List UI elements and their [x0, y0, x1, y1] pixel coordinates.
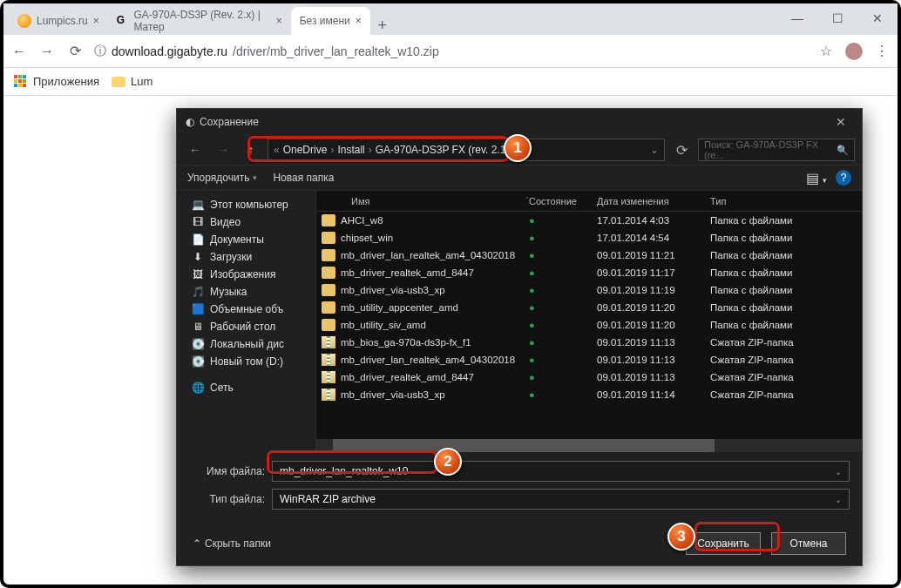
tree-item-label: Объемные объ: [210, 303, 283, 315]
file-name: mb_driver_via-usb3_xp: [341, 389, 529, 400]
tree-item[interactable]: 🖼Изображения: [177, 266, 315, 283]
tree-item[interactable]: 💻Этот компьютер: [177, 196, 315, 213]
dialog-close-button[interactable]: ✕: [829, 115, 853, 129]
file-date: 09.01.2019 11:20: [597, 320, 710, 330]
profile-avatar[interactable]: [845, 43, 863, 60]
column-header-type[interactable]: Тип: [710, 196, 857, 206]
cancel-button[interactable]: Отмена: [771, 532, 846, 555]
file-row[interactable]: mb_utility_siv_amd●09.01.2019 11:20Папка…: [316, 316, 862, 334]
file-date: 09.01.2019 11:13: [597, 355, 710, 365]
tree-item-icon: 💽: [191, 355, 205, 368]
synced-icon: ●: [529, 389, 535, 400]
file-state: ●: [529, 337, 597, 348]
file-state: ●: [529, 215, 597, 226]
search-field[interactable]: Поиск: GA-970A-DS3P FX (re... 🔍: [698, 139, 855, 161]
synced-icon: ●: [529, 372, 535, 382]
zip-icon: [322, 354, 335, 366]
tree-item[interactable]: 🎵Музыка: [177, 283, 315, 301]
crumb[interactable]: Install: [337, 144, 364, 156]
organize-button[interactable]: Упорядочить▾: [187, 172, 257, 184]
tree-item[interactable]: 💽Локальный дис: [177, 335, 315, 353]
file-row[interactable]: chipset_win●17.01.2014 4:54Папка с файла…: [316, 229, 862, 247]
crumb[interactable]: GA-970A-DS3P FX (rev. 2.1): [376, 144, 510, 156]
filename-label: Имя файла:: [189, 465, 272, 477]
folder-icon: [322, 301, 335, 314]
file-row[interactable]: mb_driver_via-usb3_xp●09.01.2019 11:19Па…: [316, 281, 862, 299]
file-row[interactable]: mb_driver_lan_realtek_am4_04302018●09.01…: [316, 351, 862, 368]
file-name: mb_driver_via-usb3_xp: [341, 285, 529, 295]
file-row[interactable]: mb_driver_realtek_amd_8447●09.01.2019 11…: [316, 264, 862, 281]
bookmark-folder[interactable]: Lum: [112, 75, 152, 88]
file-row[interactable]: AHCI_w8●17.01.2014 4:03Папка с файлами: [316, 212, 862, 229]
file-type: Папка с файлами: [710, 285, 857, 295]
browser-tab-active[interactable]: Без имени ×: [291, 7, 370, 35]
star-bookmark-icon[interactable]: ☆: [817, 43, 835, 59]
refresh-button[interactable]: ⟳: [670, 139, 693, 161]
file-type: Папка с файлами: [710, 302, 857, 313]
minimize-button[interactable]: —: [777, 3, 817, 33]
browser-tab[interactable]: Lumpics.ru ×: [9, 7, 108, 35]
tree-item[interactable]: 🖥Рабочий стол: [177, 318, 315, 335]
file-row[interactable]: mb_utility_appcenter_amd●09.01.2019 11:2…: [316, 299, 862, 316]
synced-icon: ●: [529, 267, 535, 278]
file-row[interactable]: mb_driver_via-usb3_xp●09.01.2019 11:14Сж…: [316, 386, 862, 403]
url-host: download.gigabyte.ru: [112, 44, 227, 58]
file-row[interactable]: mb_driver_lan_realtek_am4_04302018●09.01…: [316, 247, 862, 264]
column-header-name[interactable]: Имяˆ: [322, 196, 529, 206]
column-header-state[interactable]: Состояние: [529, 196, 597, 206]
file-type: Сжатая ZIP-папка: [710, 372, 857, 382]
search-placeholder: Поиск: GA-970A-DS3P FX (re...: [704, 139, 833, 160]
tree-item-icon: 🖥: [191, 321, 205, 333]
tree-item-label: Новый том (D:): [210, 355, 283, 368]
tree-item-label: Изображения: [210, 268, 275, 280]
file-name: mb_driver_lan_realtek_am4_04302018: [341, 355, 529, 365]
nav-up-button[interactable]: ↑: [240, 139, 262, 160]
tree-item-label: Локальный дис: [210, 338, 284, 350]
new-folder-button[interactable]: Новая папка: [273, 172, 334, 184]
tree-item[interactable]: ⬇Загрузки: [177, 248, 315, 266]
close-tab-icon[interactable]: ×: [276, 15, 282, 27]
tree-item[interactable]: 🟦Объемные объ: [177, 301, 315, 318]
filename-input[interactable]: ⌄: [272, 461, 850, 482]
nav-forward-button[interactable]: →: [212, 139, 234, 160]
view-options-button[interactable]: ▤ ▾: [806, 170, 827, 186]
file-row[interactable]: mb_bios_ga-970a-ds3p-fx_f1●09.01.2019 11…: [316, 334, 862, 351]
crumb[interactable]: OneDrive: [283, 144, 328, 156]
file-row[interactable]: mb_driver_realtek_amd_8447●09.01.2019 11…: [316, 368, 862, 386]
site-info-icon[interactable]: ⓘ: [94, 44, 106, 59]
folder-icon: [322, 232, 335, 244]
synced-icon: ●: [529, 320, 535, 330]
tree-item[interactable]: 🌐Сеть: [177, 379, 315, 396]
close-window-button[interactable]: ✕: [857, 3, 898, 33]
help-button[interactable]: ?: [836, 170, 851, 186]
hide-folders-toggle[interactable]: ⌃Скрыть папки: [193, 537, 271, 550]
file-state: ●: [529, 233, 597, 243]
tree-item[interactable]: 🎞Видео: [177, 213, 315, 231]
save-button[interactable]: Сохранить: [686, 532, 761, 555]
close-tab-icon[interactable]: ×: [93, 15, 99, 27]
file-type: Сжатая ZIP-папка: [710, 389, 857, 400]
column-header-date[interactable]: Дата изменения: [597, 196, 710, 206]
tree-item-label: Документы: [210, 233, 264, 246]
tree-item[interactable]: 💽Новый том (D:): [177, 353, 315, 370]
menu-icon[interactable]: ⋮: [873, 43, 891, 59]
new-tab-button[interactable]: +: [370, 17, 395, 35]
close-tab-icon[interactable]: ×: [356, 15, 362, 27]
nav-tree[interactable]: 💻Этот компьютер🎞Видео📄Документы⬇Загрузки…: [177, 191, 316, 452]
maximize-button[interactable]: ☐: [817, 3, 857, 33]
tree-item-label: Музыка: [210, 286, 247, 298]
tree-item[interactable]: 📄Документы: [177, 231, 315, 248]
horizontal-scrollbar[interactable]: [316, 439, 862, 452]
apps-bookmark[interactable]: Приложения: [14, 75, 99, 89]
browser-tab[interactable]: G GA-970A-DS3P (Rev. 2.x) | Матер ×: [108, 7, 291, 35]
tab-title: Lumpics.ru: [37, 15, 88, 27]
reload-button[interactable]: ⟳: [66, 43, 84, 59]
nav-back-button[interactable]: ←: [184, 139, 207, 160]
filetype-select[interactable]: WinRAR ZIP archive ⌄: [272, 489, 850, 510]
back-button[interactable]: ←: [10, 44, 28, 59]
address-bar[interactable]: ⓘ download.gigabyte.ru/driver/mb_driver_…: [94, 44, 807, 59]
tab-title: Без имени: [300, 15, 350, 27]
forward-button[interactable]: →: [38, 44, 56, 59]
breadcrumb-bar[interactable]: « OneDrive› Install› GA-970A-DS3P FX (re…: [268, 139, 665, 161]
search-icon: 🔍: [837, 145, 849, 156]
